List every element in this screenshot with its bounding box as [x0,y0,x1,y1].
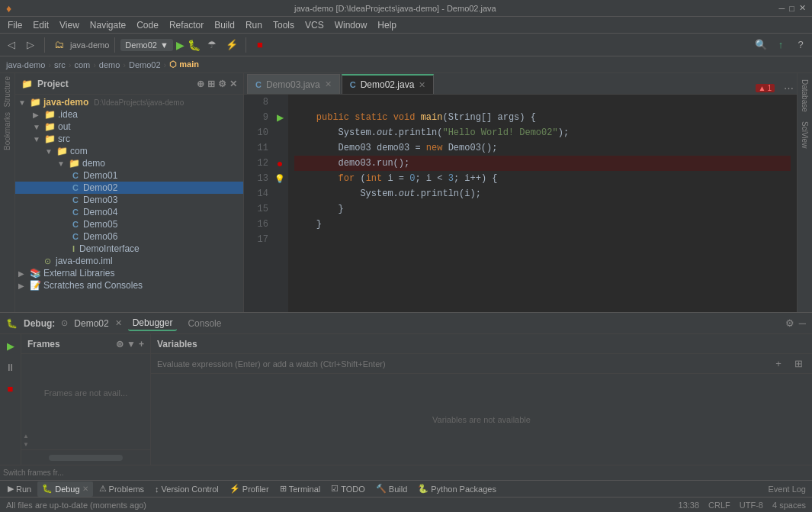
tab-demo02[interactable]: C Demo02.java ✕ [342,74,435,94]
panel-close-btn[interactable]: ✕ [229,79,237,89]
menu-navigate[interactable]: Navigate [85,18,130,32]
event-log-label[interactable]: Event Log [768,485,806,494]
debug-settings-btn[interactable]: ⚙ [785,317,794,329]
debug-tab-console[interactable]: Console [183,317,226,330]
menu-file[interactable]: File [3,18,27,32]
breadcrumb-project[interactable]: java-demo [6,60,45,69]
menu-window[interactable]: Window [330,18,372,32]
bookmarks-icon[interactable]: Bookmarks [3,112,11,150]
menu-refactor[interactable]: Refactor [165,18,208,32]
search-btn[interactable]: 🔍 [753,37,769,53]
status-charset[interactable]: UTF-8 [740,501,763,510]
structure-icon[interactable]: Structure [3,76,11,108]
tree-scratches[interactable]: ▶ 📝 Scratches and Consoles [15,279,243,291]
maximize-btn[interactable]: □ [789,4,794,13]
tree-src[interactable]: ▼ 📁 src [15,133,243,145]
resume-btn[interactable]: ▶ [2,337,19,354]
tab-python[interactable]: 🐍 Python Packages [413,481,501,497]
tabs-more-btn[interactable]: ⋯ [784,82,794,94]
switch-frames-label[interactable]: Switch frames fr... [3,469,63,477]
forward-btn[interactable]: ▷ [22,37,39,53]
breadcrumb-class[interactable]: Demo02 [129,60,161,69]
menu-help[interactable]: Help [373,18,401,32]
tree-root[interactable]: ▼ 📁 java-demo D:\IdeaProjects\java-demo [15,96,243,108]
scroll-up[interactable]: ▲ [23,433,26,440]
menu-vcs[interactable]: VCS [300,18,329,32]
gutter-12[interactable]: ● [271,156,288,171]
tab-vcs[interactable]: ↕ Version Control [150,481,223,497]
pause-btn[interactable]: ⏸ [2,359,19,375]
tree-demo02[interactable]: C Demo02 [15,182,243,194]
frames-down-btn[interactable]: ▼ [127,339,136,349]
gutter-9[interactable]: ▶ [271,110,288,125]
back-btn[interactable]: ◁ [3,37,20,53]
run-button[interactable]: ▶ [176,39,185,51]
breakpoint-12[interactable]: ● [277,157,283,169]
run-arrow-9[interactable]: ▶ [277,112,284,123]
tree-iml[interactable]: ▶ ⊙ java-demo.iml [15,255,243,267]
tree-idea[interactable]: ▶ 📁 .idea [15,108,243,121]
tree-demo04[interactable]: C Demo04 [15,206,243,218]
debug-tab-debugger[interactable]: Debugger [128,316,178,331]
tab-run[interactable]: ▶ Run [3,481,36,497]
breadcrumb-com[interactable]: com [74,60,90,69]
tree-demo05[interactable]: C Demo05 [15,218,243,230]
tab-profiler[interactable]: ⚡ Profiler [225,481,274,497]
menu-tools[interactable]: Tools [268,18,299,32]
tab-demo03[interactable]: C Demo03.java ✕ [247,74,340,94]
tab-terminal[interactable]: ⊞ Terminal [275,481,326,497]
tree-demo[interactable]: ▼ 📁 demo [15,157,243,169]
tree-extlibs[interactable]: ▶ 📚 External Libraries [15,267,243,279]
tree-demo01[interactable]: C Demo01 [15,169,243,182]
panel-sync-btn[interactable]: ⊞ [207,79,215,89]
close-btn[interactable]: ✕ [799,3,806,13]
sidebar-database[interactable]: Database [799,76,810,115]
menu-edit[interactable]: Edit [28,18,53,32]
tab-demo02-close[interactable]: ✕ [419,80,425,90]
tab-debug[interactable]: 🐛 Debug ✕ [37,481,92,497]
project-icon[interactable]: 🗂 [50,37,67,53]
stop-btn[interactable]: ■ [252,37,268,53]
run-config-selector[interactable]: Demo02 ▼ [120,39,172,51]
tab-build[interactable]: 🔨 Build [371,481,412,497]
evaluate-expression-input[interactable] [157,359,766,369]
menu-view[interactable]: View [55,18,84,32]
debug-tab-bottom-close[interactable]: ✕ [82,485,88,493]
tree-demo06[interactable]: C Demo06 [15,230,243,243]
var-expand-btn[interactable]: ⊞ [791,356,806,372]
tab-problems[interactable]: ⚠ Problems [95,481,149,497]
sidebar-sciview[interactable]: SciView [799,118,810,151]
stop-debug-btn[interactable]: ■ [2,380,19,397]
help-btn[interactable]: ? [792,37,809,53]
tab-todo[interactable]: ☑ TODO [326,481,370,497]
tree-out[interactable]: ▼ 📁 out [15,121,243,133]
scroll-down[interactable]: ▼ [23,441,26,448]
menu-build[interactable]: Build [210,18,239,32]
frames-filter-btn[interactable]: ⊜ [116,339,124,349]
menu-run[interactable]: Run [241,18,267,32]
panel-add-btn[interactable]: ⊕ [197,79,204,89]
frames-add-btn[interactable]: + [139,339,144,349]
coverage-btn[interactable]: ☂ [204,37,220,53]
code-content[interactable]: public static void main(String[] args) {… [288,95,797,312]
profile-btn[interactable]: ⚡ [223,37,240,53]
tree-demointerface[interactable]: I DemoInterface [15,243,243,255]
tree-demo03[interactable]: C Demo03 [15,194,243,206]
update-btn[interactable]: ↑ [772,37,789,53]
debug-button[interactable]: 🐛 [188,39,201,51]
status-indent[interactable]: 4 spaces [772,501,806,510]
breadcrumb-demo[interactable]: demo [99,60,120,69]
status-position[interactable]: 13:38 [679,501,700,510]
lightbulb-13[interactable]: 💡 [274,174,285,184]
var-add-btn[interactable]: + [771,356,786,372]
status-encoding[interactable]: CRLF [708,501,730,510]
tree-com[interactable]: ▼ 📁 com [15,145,243,157]
debug-tab-close[interactable]: ✕ [115,318,122,328]
debug-minimize-btn[interactable]: ─ [799,317,806,329]
menu-code[interactable]: Code [132,18,163,32]
panel-settings-btn[interactable]: ⚙ [218,79,226,89]
breadcrumb-method[interactable]: ⬡ main [169,60,199,69]
minimize-btn[interactable]: ─ [779,4,785,13]
frames-scrollbar[interactable] [49,455,123,461]
tab-demo03-close[interactable]: ✕ [325,79,332,89]
